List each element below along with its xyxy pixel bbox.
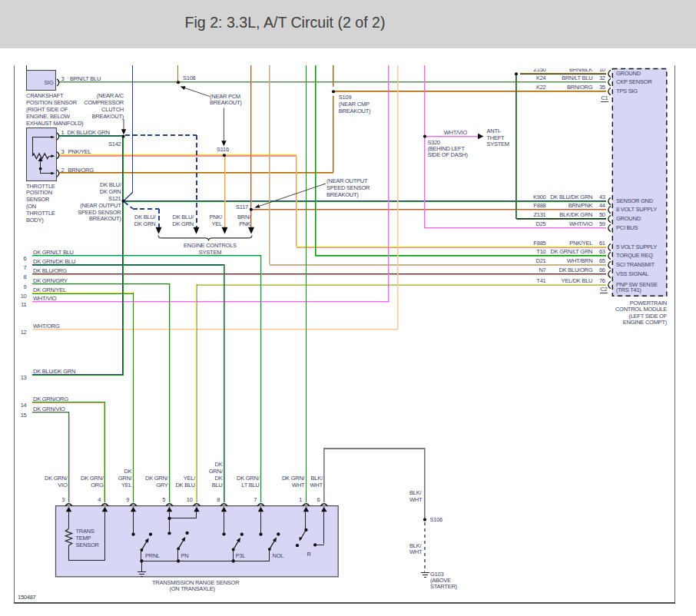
- svg-text:DK BLU: DK BLU: [175, 482, 195, 488]
- svg-text:WHT: WHT: [292, 482, 305, 488]
- svg-text:N7: N7: [539, 267, 545, 273]
- svg-text:BLK/DK GRN: BLK/DK GRN: [559, 211, 592, 218]
- svg-text:VIO: VIO: [58, 482, 68, 488]
- svg-text:SCI TRANSMIT: SCI TRANSMIT: [616, 261, 655, 268]
- svg-text:T10: T10: [536, 248, 545, 255]
- svg-text:ENGINE, BELOW: ENGINE, BELOW: [26, 113, 71, 120]
- svg-text:POSITION: POSITION: [26, 189, 52, 196]
- svg-text:(TRS T41): (TRS T41): [616, 286, 641, 293]
- svg-text:Fig 2: 3.3L, A/T Circuit (2 of: Fig 2: 3.3L, A/T Circuit (2 of 2): [185, 14, 386, 31]
- svg-text:BRN/LT BLU: BRN/LT BLU: [70, 75, 101, 82]
- svg-text:DK: DK: [124, 468, 132, 475]
- svg-text:DK GRN/: DK GRN/: [81, 475, 104, 482]
- svg-text:3: 3: [61, 75, 65, 82]
- svg-text:50: 50: [599, 211, 605, 218]
- svg-text:COMPRESSOR: COMPRESSOR: [84, 99, 124, 106]
- svg-text:(NEAR OUTPUT: (NEAR OUTPUT: [326, 177, 368, 184]
- svg-text:Z131: Z131: [533, 211, 545, 218]
- svg-text:9: 9: [24, 283, 27, 290]
- svg-text:DK GRN/DK BLU: DK GRN/DK BLU: [33, 258, 75, 265]
- svg-text:44: 44: [599, 202, 605, 209]
- svg-text:GRY: GRY: [156, 482, 168, 488]
- svg-text:(NEAR OUTPUT: (NEAR OUTPUT: [80, 202, 121, 209]
- svg-text:DK BLU/: DK BLU/: [100, 181, 122, 188]
- svg-text:SENSOR: SENSOR: [76, 541, 100, 548]
- svg-text:DK BLU/ORG: DK BLU/ORG: [33, 267, 67, 274]
- svg-text:T41: T41: [536, 277, 545, 284]
- svg-text:PNK/: PNK/: [209, 214, 223, 220]
- svg-text:WHT/BRN: WHT/BRN: [567, 257, 592, 264]
- svg-text:WHT/VIO: WHT/VIO: [569, 220, 593, 227]
- svg-text:PNK/YEL: PNK/YEL: [569, 240, 592, 247]
- svg-text:(NEAR A/C: (NEAR A/C: [97, 92, 124, 99]
- svg-text:SENSOR GND: SENSOR GND: [616, 197, 654, 204]
- svg-text:DK BLU/DK GRN: DK BLU/DK GRN: [33, 368, 75, 375]
- svg-text:PN: PN: [181, 552, 189, 559]
- svg-text:D21: D21: [535, 257, 545, 264]
- svg-text:BRN/LT BLU: BRN/LT BLU: [562, 75, 592, 81]
- svg-text:14: 14: [21, 402, 27, 409]
- svg-text:EXHAUST MANIFOLD): EXHAUST MANIFOLD): [26, 120, 84, 127]
- svg-text:GRN/: GRN/: [209, 468, 224, 475]
- svg-text:S108: S108: [183, 75, 196, 81]
- svg-text:11: 11: [21, 301, 26, 308]
- svg-text:BLU: BLU: [212, 482, 223, 488]
- svg-text:WHT/VIO: WHT/VIO: [33, 295, 57, 302]
- svg-text:BRN/PNK: BRN/PNK: [568, 202, 593, 209]
- svg-text:DK GRN/YEL: DK GRN/YEL: [33, 286, 66, 293]
- svg-text:BRN/ORG: BRN/ORG: [567, 84, 593, 91]
- svg-text:8: 8: [217, 496, 220, 503]
- svg-text:WHT: WHT: [409, 548, 423, 555]
- svg-text:CKP SENSOR: CKP SENSOR: [616, 78, 652, 85]
- svg-text:SYSTEM: SYSTEM: [487, 141, 509, 147]
- svg-text:S142: S142: [108, 141, 121, 147]
- svg-text:ENGINE COMPT): ENGINE COMPT): [623, 319, 668, 326]
- svg-text:BLK/: BLK/: [311, 475, 323, 482]
- svg-text:TEMP: TEMP: [76, 535, 91, 541]
- svg-text:PCI BUS: PCI BUS: [616, 224, 638, 231]
- svg-text:GRN/: GRN/: [118, 475, 133, 482]
- svg-text:ORG: ORG: [91, 482, 104, 488]
- svg-text:DK GRN/: DK GRN/: [282, 475, 306, 482]
- svg-text:DK GRN/: DK GRN/: [45, 475, 68, 482]
- svg-text:YEL: YEL: [212, 220, 223, 227]
- svg-text:DK: DK: [215, 475, 223, 482]
- svg-text:63: 63: [599, 248, 605, 255]
- svg-text:1: 1: [61, 129, 65, 136]
- svg-text:LT BLU: LT BLU: [241, 482, 259, 488]
- svg-text:DK GRN/LT GRN: DK GRN/LT GRN: [550, 248, 592, 255]
- svg-text:35: 35: [599, 84, 605, 91]
- svg-text:WHT: WHT: [310, 482, 323, 488]
- svg-text:ENGINE CONTROLS: ENGINE CONTROLS: [184, 242, 237, 249]
- svg-text:K900: K900: [533, 194, 546, 200]
- svg-text:6: 6: [317, 496, 320, 503]
- svg-text:CRANKSHAFT: CRANKSHAFT: [26, 92, 64, 99]
- svg-text:TORQUE REQ: TORQUE REQ: [616, 252, 653, 259]
- svg-text:10: 10: [21, 293, 27, 300]
- svg-text:65: 65: [599, 257, 605, 264]
- svg-text:K22: K22: [536, 84, 546, 91]
- svg-text:BREAKOUT): BREAKOUT): [326, 191, 359, 198]
- svg-text:SIDE OF DASH): SIDE OF DASH): [428, 151, 469, 158]
- svg-text:YEL: YEL: [121, 482, 132, 488]
- svg-text:TRANS: TRANS: [76, 528, 94, 535]
- svg-text:DK BLU/: DK BLU/: [134, 214, 157, 220]
- svg-text:76: 76: [599, 277, 605, 284]
- svg-text:DK GRN/: DK GRN/: [237, 475, 260, 482]
- svg-text:BREAKOUT): BREAKOUT): [91, 113, 124, 120]
- svg-text:(NEAR CMP: (NEAR CMP: [339, 101, 370, 108]
- svg-text:GROUND: GROUND: [616, 215, 641, 222]
- svg-text:DK GRN: DK GRN: [100, 188, 121, 195]
- svg-text:DK GRN: DK GRN: [134, 220, 156, 227]
- svg-text:(RIGHT SIDE OF: (RIGHT SIDE OF: [26, 106, 68, 113]
- svg-text:SIG: SIG: [44, 79, 54, 86]
- svg-text:DK GRN/VIO: DK GRN/VIO: [33, 406, 65, 412]
- svg-text:5: 5: [162, 496, 165, 503]
- svg-text:K24: K24: [536, 75, 546, 81]
- svg-text:DK BLU/DK GRN: DK BLU/DK GRN: [550, 194, 592, 200]
- svg-text:S116: S116: [217, 146, 229, 153]
- svg-text:NOL: NOL: [273, 552, 284, 559]
- svg-text:WHT/ORG: WHT/ORG: [33, 323, 60, 330]
- svg-text:10: 10: [187, 496, 193, 503]
- svg-text:(ON TRANSAXLE): (ON TRANSAXLE): [170, 585, 216, 592]
